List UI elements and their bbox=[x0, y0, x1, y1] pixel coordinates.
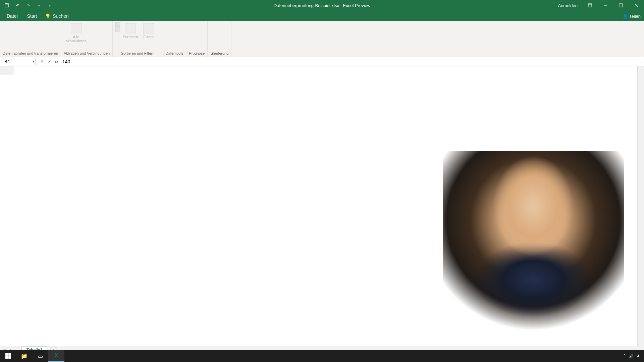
ribbon-group-get-data: Daten abrufen und transformieren bbox=[0, 21, 61, 57]
sort-button: Sortieren bbox=[121, 22, 140, 40]
cells-area[interactable] bbox=[13, 75, 637, 346]
ribbon-tabs: Datei Start 💡 Suchen 👤 Teilen bbox=[0, 11, 644, 21]
spreadsheet-grid[interactable] bbox=[0, 66, 644, 346]
vertical-scrollbar[interactable] bbox=[637, 66, 644, 346]
ribbon-group-forecast: Prognose bbox=[186, 21, 208, 57]
search-placeholder: Suchen bbox=[53, 13, 68, 19]
chevron-down-icon[interactable]: ▾ bbox=[33, 60, 35, 63]
qat-customize-icon[interactable]: ▾ bbox=[46, 1, 54, 9]
ribbon-group-outline: Gliederung bbox=[208, 21, 231, 57]
search-icon: 💡 bbox=[45, 13, 51, 19]
expand-formula-bar-icon[interactable]: ⌄ bbox=[638, 58, 644, 65]
name-box-value: B4 bbox=[4, 59, 10, 64]
share-label: Teilen bbox=[629, 14, 641, 19]
sort-label: Sortieren bbox=[123, 35, 138, 39]
task-view-icon[interactable]: ▭ bbox=[32, 350, 48, 362]
windows-taskbar[interactable]: 📁 ▭ X ˄ 🔊 🖧 bbox=[0, 350, 644, 362]
start-button[interactable] bbox=[0, 350, 16, 362]
file-explorer-icon[interactable]: 📁 bbox=[16, 350, 32, 362]
file-tab[interactable]: Datei bbox=[2, 11, 22, 21]
name-box[interactable]: B4 ▾ bbox=[2, 58, 36, 65]
cancel-edit-button[interactable]: ✕ bbox=[38, 58, 46, 65]
sort-desc-button bbox=[115, 27, 120, 32]
ribbon-group-label: Gliederung bbox=[210, 51, 228, 57]
ribbon-group-label: Datentools bbox=[166, 51, 183, 57]
svg-rect-11 bbox=[8, 356, 11, 359]
close-button[interactable] bbox=[629, 0, 644, 11]
maximize-button[interactable] bbox=[613, 0, 629, 11]
column-headers[interactable] bbox=[13, 66, 637, 75]
svg-rect-1 bbox=[6, 4, 7, 5]
svg-rect-9 bbox=[8, 353, 11, 356]
redo-icon: ↷ bbox=[24, 1, 32, 9]
sign-in-link[interactable]: Anmelden bbox=[553, 3, 582, 8]
tab-start[interactable]: Start bbox=[22, 11, 42, 21]
ribbon: Daten abrufen und transformieren Alle ak… bbox=[0, 21, 644, 57]
ribbon-group-label: Abfragen und Verbindungen bbox=[64, 51, 110, 57]
sort-asc-button bbox=[115, 22, 120, 27]
ribbon-group-data-tools: Datentools bbox=[163, 21, 186, 57]
confirm-edit-button[interactable]: ✓ bbox=[46, 58, 53, 65]
window-title: Datenueberpruefung-Beispiel.xlsx - Excel… bbox=[274, 3, 370, 8]
ribbon-group-label: Sortieren und Filtern bbox=[115, 51, 160, 57]
svg-rect-0 bbox=[5, 4, 9, 7]
filter-button: Filtern bbox=[141, 22, 157, 40]
svg-rect-8 bbox=[5, 353, 8, 356]
excel-taskbar-icon[interactable]: X bbox=[48, 350, 64, 362]
ribbon-group-label: Prognose bbox=[189, 51, 205, 57]
tray-chevron-icon[interactable]: ˄ bbox=[624, 354, 626, 358]
minimize-button[interactable] bbox=[598, 0, 613, 11]
tell-me-search[interactable]: 💡 Suchen bbox=[42, 11, 72, 21]
svg-rect-5 bbox=[619, 4, 623, 7]
refresh-all-button: Alle aktualisieren bbox=[64, 22, 89, 44]
ribbon-group-queries: Alle aktualisieren Abfragen und Verbindu… bbox=[61, 21, 113, 57]
svg-rect-2 bbox=[588, 4, 592, 7]
share-icon: 👤 bbox=[623, 14, 628, 19]
refresh-all-label: Alle aktualisieren bbox=[66, 35, 87, 43]
title-bar: ↶ ↷ ▾ ▾ Datenueberpruefung-Beispiel.xlsx… bbox=[0, 0, 644, 11]
row-headers[interactable] bbox=[0, 75, 13, 346]
filter-label: Filtern bbox=[143, 35, 154, 39]
fx-icon[interactable]: fx bbox=[53, 58, 60, 65]
formula-bar: B4 ▾ ✕ ✓ fx ⌄ bbox=[0, 57, 644, 66]
qat-more-icon[interactable]: ▾ bbox=[35, 1, 43, 9]
svg-rect-10 bbox=[5, 356, 8, 359]
volume-icon[interactable]: 🔊 bbox=[629, 354, 634, 358]
save-icon[interactable] bbox=[3, 1, 11, 9]
share-button[interactable]: 👤 Teilen bbox=[623, 14, 641, 19]
network-icon[interactable]: 🖧 bbox=[637, 354, 641, 358]
formula-input[interactable] bbox=[60, 58, 638, 65]
undo-icon[interactable]: ↶ bbox=[13, 1, 21, 9]
select-all-corner[interactable] bbox=[0, 66, 13, 75]
system-tray[interactable]: ˄ 🔊 🖧 bbox=[624, 354, 644, 358]
ribbon-group-sort-filter: Sortieren Filtern Sortieren und Filtern bbox=[113, 21, 163, 57]
ribbon-display-icon[interactable] bbox=[582, 0, 598, 11]
ribbon-group-label: Daten abrufen und transformieren bbox=[3, 51, 58, 57]
